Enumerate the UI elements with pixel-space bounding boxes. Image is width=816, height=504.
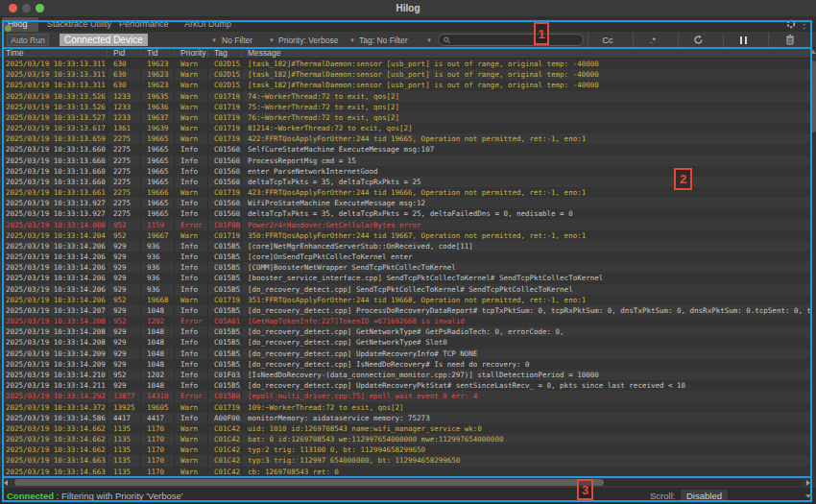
log-cell-tid: 19665 (141, 144, 175, 155)
log-cell-time: 2025/03/19 10:33:13.311 (0, 69, 108, 80)
log-cell-time: 2025/03/19 10:33:13.526 (0, 91, 108, 102)
log-row[interactable]: 2025/03/19 10:33:14.208 952 1202 Error C… (0, 316, 811, 326)
float-window-icon[interactable] (785, 19, 797, 31)
tab-performance[interactable]: Performance (113, 17, 175, 32)
log-row[interactable]: 2025/03/19 10:33:14.008 952 1159 Error C… (0, 220, 811, 230)
log-row[interactable]: 2025/03/19 10:33:14.208 929 1048 Info C0… (0, 326, 811, 337)
log-cell-tag: C01560/W (208, 156, 242, 166)
log-cell-message: enter ParseNetworkInternetGood (242, 166, 811, 177)
log-row[interactable]: 2025/03/19 10:33:13.927 2275 19665 Info … (0, 208, 811, 219)
log-row[interactable]: 2025/03/19 10:33:14.209 929 1048 Info C0… (0, 359, 811, 370)
log-row[interactable]: 2025/03/19 10:33:13.660 2275 19665 Info … (0, 156, 811, 166)
column-header-message[interactable]: Message (242, 48, 811, 58)
scroll-mode-select[interactable]: Disabled (681, 490, 728, 502)
log-row[interactable]: 2025/03/19 10:33:13.659 2275 19665 Warn … (0, 133, 811, 144)
log-row[interactable]: 2025/03/19 10:33:13.660 2275 19665 Info … (0, 144, 811, 155)
column-header-priority[interactable]: Priority (175, 48, 208, 58)
log-row[interactable]: 2025/03/19 10:33:14.663 1135 1170 Warn C… (0, 467, 811, 477)
log-cell-tag: C01C42/t (208, 434, 242, 444)
pause-icon[interactable] (724, 34, 762, 46)
column-header-tag[interactable]: Tag (208, 48, 242, 58)
log-row[interactable]: 2025/03/19 10:33:13.526 1233 19635 Warn … (0, 91, 811, 102)
log-row[interactable]: 2025/03/19 10:33:14.206 929 936 Info C01… (0, 273, 811, 283)
scroll-right-arrow-icon[interactable] (806, 480, 810, 486)
tag-filter-select[interactable]: Tag: No Filter ▼ (359, 34, 434, 46)
log-cell-pid: 1135 (108, 423, 141, 434)
horizontal-scrollbar[interactable] (0, 477, 816, 488)
log-cell-time: 2025/03/19 10:33:14.206 (0, 241, 108, 252)
log-row[interactable]: 2025/03/19 10:33:13.927 2275 19665 Info … (0, 198, 811, 208)
vertical-scrollbar[interactable] (811, 59, 816, 477)
vertical-scrollbar-thumb[interactable] (811, 60, 816, 132)
log-row[interactable]: 2025/03/19 10:33:14.206 929 936 Info C01… (0, 252, 811, 262)
log-row[interactable]: 2025/03/19 10:33:14.206 929 936 Info C01… (0, 262, 811, 273)
log-cell-message: [GetHapTokenInfo:227]TokenID =671692668 … (242, 316, 811, 326)
log-cell-pid: 929 (108, 284, 141, 295)
tab-arkui-dump[interactable]: ArkUI Dump (179, 17, 237, 32)
log-row[interactable]: 2025/03/19 10:33:14.586 4417 4417 Info A… (0, 413, 811, 423)
log-cell-message: uid: 1010 id:1269708543 name:wifi_manage… (242, 423, 811, 434)
log-row[interactable]: 2025/03/19 10:33:14.663 1135 1170 Warn C… (0, 455, 811, 466)
auto-run-button[interactable]: Auto Run (7, 34, 49, 46)
log-cell-tid: 1170 (141, 455, 175, 466)
log-row[interactable]: 2025/03/19 10:33:14.208 929 1048 Info C0… (0, 337, 811, 348)
more-options-icon[interactable]: ⋮ (799, 19, 810, 31)
log-row[interactable]: 2025/03/19 10:33:14.204 952 19667 Warn C… (0, 230, 811, 241)
log-cell-tag: C01719/f (208, 112, 242, 123)
log-row[interactable]: 2025/03/19 10:33:14.206 929 936 Info C01… (0, 241, 811, 252)
log-cell-priority: Info (175, 156, 208, 166)
log-cell-pid: 630 (108, 59, 141, 69)
log-cell-message: [booster_service_interface.cpp] SendTcpP… (242, 273, 811, 283)
regex-button[interactable]: .* (634, 34, 672, 46)
log-cell-pid: 2275 (108, 198, 141, 208)
log-cell-tag: C01560/W (208, 177, 242, 187)
log-cell-tid: 19665 (141, 156, 175, 166)
log-row[interactable]: 2025/03/19 10:33:14.211 929 1048 Info C0… (0, 380, 811, 391)
refresh-icon[interactable] (679, 34, 717, 46)
log-cell-tag: C01560/W (208, 198, 242, 208)
scroll-up-arrow-icon[interactable] (810, 50, 816, 54)
trash-icon[interactable] (771, 34, 809, 46)
priority-filter-select[interactable]: Priority: Verbose ▼ (278, 34, 357, 46)
chevron-down-icon: ▼ (211, 37, 219, 43)
window-title: Hilog (0, 3, 816, 13)
device-select[interactable]: Connected Device ▼ (53, 34, 219, 46)
log-row[interactable]: 2025/03/19 10:33:14.662 1135 1170 Warn C… (0, 423, 811, 434)
scroll-left-arrow-icon[interactable] (4, 480, 8, 486)
log-row[interactable]: 2025/03/19 10:33:13.660 2275 19665 Info … (0, 177, 811, 187)
log-cell-pid: 929 (108, 252, 141, 262)
log-row[interactable]: 2025/03/19 10:33:14.292 13877 14310 Erro… (0, 391, 811, 401)
log-cell-tag: C02D15/H (208, 69, 242, 80)
tab-stacktrace-utility[interactable]: Stacktrace Utility (41, 17, 117, 32)
log-row[interactable]: 2025/03/19 10:33:14.662 1135 1170 Warn C… (0, 434, 811, 444)
log-row[interactable]: 2025/03/19 10:33:13.617 1361 19639 Warn … (0, 123, 811, 133)
log-row[interactable]: 2025/03/19 10:33:13.311 630 19623 Warn C… (0, 69, 811, 80)
log-row[interactable]: 2025/03/19 10:33:14.206 929 936 Info C01… (0, 284, 811, 295)
log-row[interactable]: 2025/03/19 10:33:14.210 952 1202 Info C0… (0, 370, 811, 380)
column-header-tid[interactable]: Tid (141, 48, 175, 58)
log-cell-message: deltaTcpTxPkts = 35, deltaTcpRxPkts = 25… (242, 208, 811, 219)
log-row[interactable]: 2025/03/19 10:33:14.209 929 1048 Info C0… (0, 348, 811, 359)
log-row[interactable]: 2025/03/19 10:33:13.311 630 19623 Warn C… (0, 80, 811, 90)
log-cell-tid: 19623 (141, 80, 175, 90)
log-row[interactable]: 2025/03/19 10:33:13.311 630 19623 Warn C… (0, 59, 811, 69)
log-row[interactable]: 2025/03/19 10:33:13.527 1233 19637 Warn … (0, 112, 811, 123)
log-cell-time: 2025/03/19 10:33:14.210 (0, 370, 108, 380)
log-row[interactable]: 2025/03/19 10:33:13.661 2275 19666 Warn … (0, 187, 811, 198)
chevron-down-icon (805, 494, 811, 498)
search-input[interactable] (453, 36, 578, 44)
log-row[interactable]: 2025/03/19 10:33:13.526 1233 19636 Warn … (0, 102, 811, 112)
log-row[interactable]: 2025/03/19 10:33:13.660 2275 19665 Info … (0, 166, 811, 177)
log-row[interactable]: 2025/03/19 10:33:14.372 13925 19605 Warn… (0, 402, 811, 413)
column-header-time[interactable]: Time (0, 48, 108, 58)
log-row[interactable]: 2025/03/19 10:33:14.206 952 19668 Warn C… (0, 295, 811, 305)
log-row[interactable]: 2025/03/19 10:33:14.662 1135 1170 Warn C… (0, 444, 811, 455)
column-header-pid[interactable]: Pid (108, 48, 141, 58)
log-cell-tag: C01560/W (208, 166, 242, 177)
horizontal-scrollbar-thumb[interactable] (14, 479, 604, 486)
device-connected-dot-icon (5, 25, 12, 32)
log-row[interactable]: 2025/03/19 10:33:14.207 929 1048 Info C0… (0, 305, 811, 316)
process-filter-select[interactable]: No Filter ▼ (222, 34, 276, 46)
tab-bar: Hilog Stacktrace Utility Performance Ark… (0, 17, 816, 32)
match-case-button[interactable]: Cc (588, 34, 627, 46)
